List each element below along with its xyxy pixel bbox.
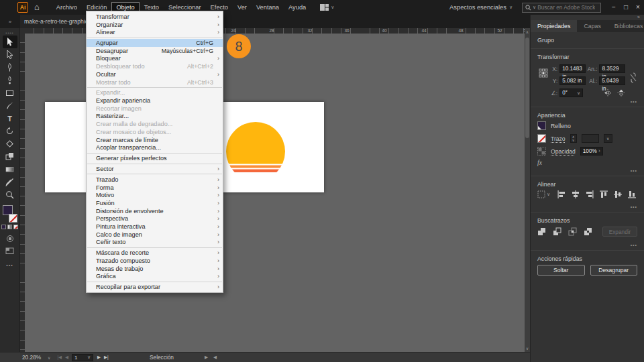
maximize-button[interactable]: □ xyxy=(620,0,632,15)
scrollbar-thumb[interactable] xyxy=(525,38,529,138)
menu-item-expandir-apariencia[interactable]: Expandir apariencia xyxy=(87,97,223,105)
vertical-ruler[interactable] xyxy=(20,34,25,352)
stroke-swatch[interactable] xyxy=(537,134,546,143)
artboard-number-select[interactable]: 1 ∨ xyxy=(72,354,93,361)
menu-item-desagrupar[interactable]: DesagruparMayúsculas+Ctrl+G xyxy=(87,47,223,55)
retro-sun-graphic[interactable] xyxy=(225,122,286,172)
align-center-vertical-icon[interactable] xyxy=(614,190,622,198)
menu-item-calco-de-imagen[interactable]: Calco de imagen› xyxy=(87,231,223,239)
fill-swatch[interactable] xyxy=(537,121,546,130)
more-options-icon[interactable]: ••• xyxy=(631,99,637,104)
menu-item-alinear[interactable]: Alinear› xyxy=(87,28,223,36)
screen-mode-button[interactable] xyxy=(3,245,17,257)
effects-fx-button[interactable]: fx xyxy=(537,160,637,166)
menu-item-pintura-interactiva[interactable]: Pintura interactiva› xyxy=(87,223,223,231)
menu-item-distorsion-de-envolvente[interactable]: Distorsión de envolvente› xyxy=(87,207,223,215)
fill-stroke-controls[interactable] xyxy=(2,205,18,223)
more-options-icon[interactable]: ••• xyxy=(631,168,637,173)
align-center-horizontal-icon[interactable] xyxy=(572,190,580,198)
status-next-icon[interactable]: ▶ xyxy=(205,355,208,360)
menu-item-generar-pixeles-perfectos[interactable]: Generar píxeles perfectos xyxy=(87,154,223,162)
menu-item-sector[interactable]: Sector› xyxy=(87,165,223,173)
search-input[interactable] xyxy=(537,4,595,11)
menu-item-trazado[interactable]: Trazado› xyxy=(87,176,223,184)
chevron-down-icon[interactable]: ∨ xyxy=(48,355,50,360)
more-options-icon[interactable]: ••• xyxy=(631,204,637,209)
scroll-down-icon[interactable]: ∨ xyxy=(525,346,530,351)
status-prev-icon[interactable]: ◀ xyxy=(213,355,217,360)
menu-item-mascara-de-recorte[interactable]: Máscara de recorte› xyxy=(87,249,223,257)
pen-tool[interactable] xyxy=(3,61,17,74)
rotation-angle-select[interactable]: 0° ∨ xyxy=(559,88,583,97)
align-left-icon[interactable] xyxy=(557,190,566,198)
width-field[interactable]: 8.3529 in xyxy=(599,64,625,73)
tab-bibliotecas[interactable]: Bibliotecas xyxy=(608,20,644,32)
menu-item-perspectiva[interactable]: Perspectiva› xyxy=(87,215,223,223)
height-field[interactable]: 5.0439 in xyxy=(599,76,625,85)
flip-horizontal-icon[interactable] xyxy=(604,89,612,97)
menu-item-transformar[interactable]: Transformar› xyxy=(87,13,223,21)
menubar-item-ventana[interactable]: Ventana xyxy=(252,2,284,13)
menu-item-bloquear[interactable]: Bloquear› xyxy=(87,55,223,63)
selection-tool[interactable] xyxy=(3,36,17,48)
align-right-icon[interactable] xyxy=(586,190,594,198)
menu-item-grafica[interactable]: Gráfica› xyxy=(87,272,223,280)
reference-point-icon[interactable] xyxy=(539,68,548,78)
eyedropper-tool[interactable] xyxy=(3,176,17,188)
y-field[interactable]: 5.082 in xyxy=(559,76,586,85)
menu-item-ocultar[interactable]: Ocultar› xyxy=(87,70,223,78)
stroke-weight-dropdown[interactable]: ∨ xyxy=(604,134,612,143)
arrange-documents-icon[interactable]: ∨ xyxy=(320,4,334,11)
pathfinder-exclude-icon[interactable] xyxy=(584,227,592,236)
pathfinder-unite-icon[interactable] xyxy=(537,227,546,236)
edit-toolbar-icon[interactable]: ••• xyxy=(6,263,13,267)
collapse-panel-icon[interactable]: » xyxy=(531,15,644,20)
menu-item-motivo[interactable]: Motivo› xyxy=(87,191,223,199)
opacity-field[interactable]: 100% › xyxy=(580,147,603,156)
stroke-weight-field[interactable] xyxy=(582,134,599,143)
stroke-weight-stepper[interactable]: ∧∨ xyxy=(570,134,577,143)
minimize-button[interactable]: − xyxy=(608,0,620,15)
menu-item-forma[interactable]: Forma› xyxy=(87,184,223,192)
opacity-label[interactable]: Opacidad xyxy=(551,148,576,155)
zoom-level[interactable]: 20.28% xyxy=(22,354,48,361)
close-button[interactable]: × xyxy=(632,0,644,15)
collapse-panel-icon[interactable]: » xyxy=(0,19,20,25)
menu-item-recopilar-para-exportar[interactable]: Recopilar para exportar› xyxy=(87,283,223,291)
zoom-tool[interactable] xyxy=(3,188,17,201)
gradient-tool[interactable] xyxy=(3,163,17,176)
stroke-label[interactable]: Trazo xyxy=(551,135,566,142)
release-button[interactable]: Soltar xyxy=(537,265,585,276)
flip-vertical-icon[interactable] xyxy=(617,89,625,97)
align-bottom-icon[interactable] xyxy=(628,190,636,198)
menu-item-cenir-texto[interactable]: Ceñir texto› xyxy=(87,239,223,247)
menu-item-acoplar-transparencia[interactable]: Acoplar transparencia... xyxy=(87,143,223,152)
status-indicator[interactable]: Selección xyxy=(150,354,174,361)
menubar-item-ver[interactable]: Ver xyxy=(233,2,252,13)
align-to-selection-icon[interactable]: ∨ xyxy=(537,190,550,198)
constrain-proportions-icon[interactable] xyxy=(629,72,637,83)
pathfinder-minus-front-icon[interactable] xyxy=(553,227,561,236)
x-field[interactable]: 10.1483 in xyxy=(559,64,586,73)
menu-item-fusion[interactable]: Fusión› xyxy=(87,199,223,207)
menubar-item-archivo[interactable]: Archivo xyxy=(52,2,82,13)
menubar-item-ayuda[interactable]: Ayuda xyxy=(284,2,311,13)
menu-item-rasterizar[interactable]: Rasterizar... xyxy=(87,113,223,121)
scroll-up-icon[interactable]: ∧ xyxy=(525,29,530,34)
none-button[interactable] xyxy=(13,225,18,229)
curvature-tool[interactable] xyxy=(3,74,17,86)
home-icon[interactable]: ⌂ xyxy=(34,0,40,15)
drawing-modes-button[interactable] xyxy=(3,232,17,245)
shape-builder-tool[interactable] xyxy=(3,150,17,163)
color-mode-buttons[interactable] xyxy=(1,225,18,229)
rectangle-tool[interactable] xyxy=(3,86,17,99)
next-artboard-icon[interactable]: ▶ xyxy=(97,355,101,360)
menu-item-agrupar[interactable]: AgruparCtrl+G xyxy=(87,39,223,47)
align-top-icon[interactable] xyxy=(600,190,608,198)
illustrator-logo-icon[interactable]: Ai xyxy=(17,2,28,13)
chevron-down-icon[interactable]: ∨ xyxy=(509,5,513,10)
adobe-stock-search[interactable]: ∨ xyxy=(522,3,601,13)
direct-selection-tool[interactable] xyxy=(3,48,17,61)
workspace-switcher[interactable]: Aspectos esenciales xyxy=(449,4,506,11)
type-tool[interactable]: T xyxy=(3,112,17,125)
